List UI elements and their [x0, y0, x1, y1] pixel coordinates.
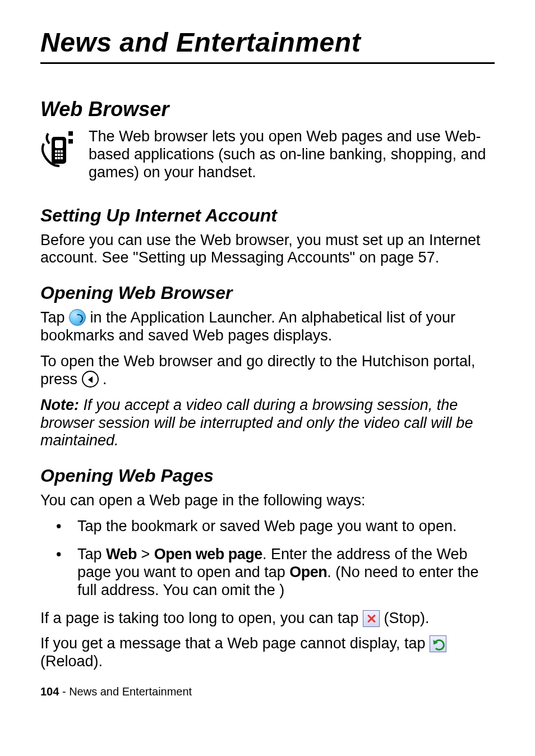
menu-web-label: Web — [106, 546, 137, 563]
opening-pages-stop: If a page is taking too long to open, yo… — [40, 610, 495, 628]
svg-rect-4 — [61, 150, 63, 153]
svg-rect-3 — [58, 150, 60, 153]
list-item: Tap Web > Open web page. Enter the addre… — [74, 546, 495, 600]
opening-browser-note: Note: If you accept a video call during … — [40, 397, 495, 450]
page: News and Entertainment Web Browser The W… — [0, 0, 535, 721]
footer-sep: - — [59, 685, 69, 698]
svg-rect-10 — [61, 157, 63, 159]
heading-web-browser: Web Browser — [40, 98, 495, 121]
setup-account-body: Before you can use the Web browser, you … — [40, 232, 495, 268]
note-body: If you accept a video call during a brow… — [40, 397, 473, 449]
svg-rect-12 — [68, 139, 73, 144]
text: If a page is taking too long to open, yo… — [40, 610, 363, 626]
heading-setup-account: Setting Up Internet Account — [40, 205, 495, 226]
menu-open-web-page-label: Open web page — [154, 546, 262, 563]
opening-browser-p1: Tap in the Application Launcher. An alph… — [40, 309, 495, 345]
svg-rect-8 — [55, 157, 57, 159]
text: in the Application Launcher. An alphabet… — [40, 309, 455, 344]
text: Tap — [77, 546, 106, 563]
text: Tap the bookmark or saved Web page you w… — [77, 518, 456, 534]
opening-browser-p2: To open the Web browser and go directly … — [40, 353, 495, 389]
text: Tap — [40, 309, 69, 326]
footer-chapter: News and Entertainment — [69, 685, 192, 698]
text: . — [103, 371, 107, 388]
svg-rect-2 — [55, 150, 57, 153]
heading-opening-browser: Opening Web Browser — [40, 283, 495, 303]
page-number: 104 — [40, 685, 59, 698]
svg-rect-1 — [55, 140, 63, 148]
svg-rect-5 — [55, 154, 57, 156]
svg-rect-9 — [58, 157, 60, 159]
svg-rect-6 — [58, 154, 60, 156]
stop-icon — [363, 610, 380, 627]
opening-pages-reload: If you get a message that a Web page can… — [40, 635, 495, 671]
browser-launcher-icon — [69, 309, 86, 326]
title-rule — [40, 62, 495, 64]
text: If you get a message that a Web page can… — [40, 635, 430, 652]
chapter-title: News and Entertainment — [40, 27, 495, 58]
text: (Stop). — [384, 610, 429, 626]
handset-icon — [40, 127, 79, 173]
list-item: Tap the bookmark or saved Web page you w… — [74, 518, 495, 536]
heading-opening-pages: Opening Web Pages — [40, 465, 495, 486]
svg-rect-11 — [68, 131, 73, 136]
opening-pages-intro: You can open a Web page in the following… — [40, 492, 495, 510]
intro-row: The Web browser lets you open Web pages … — [40, 125, 495, 190]
shortcut-key-icon — [82, 371, 99, 388]
web-browser-intro: The Web browser lets you open Web pages … — [89, 128, 495, 182]
page-footer: 104 - News and Entertainment — [40, 685, 495, 698]
text: > — [137, 546, 154, 563]
text: (Reload). — [40, 653, 103, 670]
note-label: Note: — [40, 397, 84, 413]
reload-icon — [430, 635, 446, 652]
text: ) — [279, 582, 284, 598]
opening-pages-list: Tap the bookmark or saved Web page you w… — [40, 518, 495, 599]
svg-rect-7 — [61, 154, 63, 156]
button-open-label: Open — [289, 564, 327, 580]
